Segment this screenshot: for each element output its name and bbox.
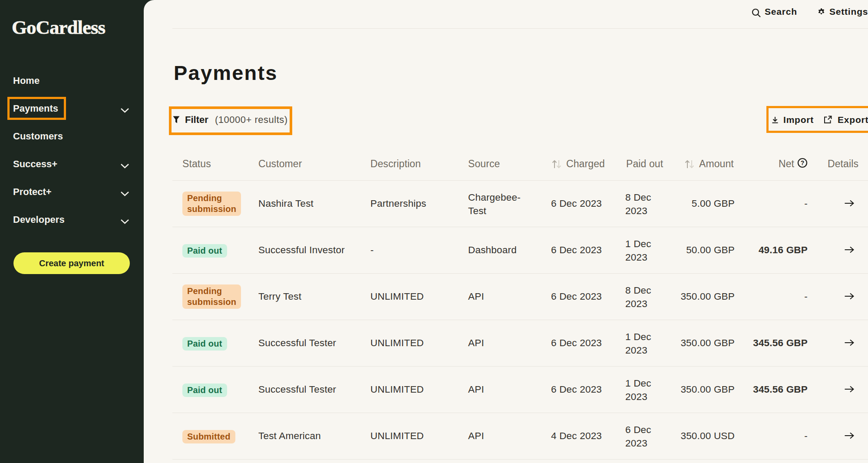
svg-text:?: ? [801, 159, 805, 166]
